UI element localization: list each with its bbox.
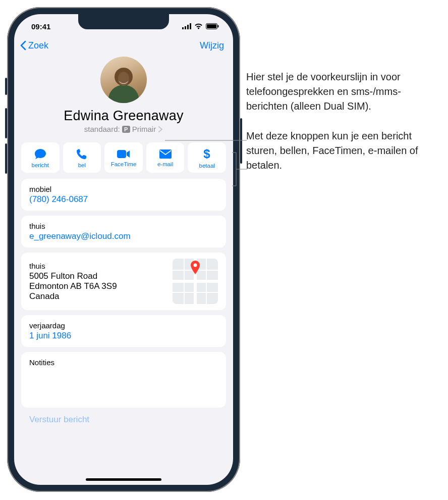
svg-rect-10 [117,150,126,158]
notes-card[interactable]: Notities [21,352,226,408]
back-button[interactable]: Zoek [19,39,48,52]
mobile-card[interactable]: mobiel (780) 246-0687 [21,179,226,211]
dollar-icon: $ [203,147,211,161]
mobile-label: mobiel [29,185,218,193]
envelope-icon [159,149,172,159]
action-row: bericht bel FaceTime e-ma [14,138,233,179]
message-label: bericht [32,162,49,168]
cards: mobiel (780) 246-0687 thuis e_greenaway@… [14,179,233,408]
birthday-card[interactable]: verjaardag 1 juni 1986 [21,315,226,347]
chevron-right-icon [158,126,163,133]
contact-header: Edwina Greenaway standaard: P Primair [14,55,233,138]
call-label: bel [78,162,86,168]
volume-down [5,143,7,174]
nav-bar: Zoek Wijzig [14,38,233,55]
wifi-icon [194,23,203,29]
svg-point-13 [194,264,197,267]
svg-rect-0 [182,27,184,29]
svg-rect-11 [159,149,172,159]
svg-text:$: $ [203,147,210,161]
default-line-row[interactable]: standaard: P Primair [84,125,163,133]
avatar[interactable] [100,57,147,103]
pay-label: betaal [199,163,215,169]
email-card[interactable]: thuis e_greenaway@icloud.com [21,216,226,247]
callout-action-buttons: Met deze knoppen kun je een bericht stur… [246,129,441,173]
svg-rect-1 [185,26,186,29]
video-icon [117,149,131,159]
facetime-label: FaceTime [111,161,137,167]
birthday-value: 1 juni 1986 [29,331,218,341]
message-icon [34,148,47,160]
mobile-value: (780) 246-0687 [29,194,218,205]
send-message-link[interactable]: Verstuur bericht [14,408,233,425]
email-label: e-mail [157,161,173,167]
battery-icon [206,23,219,29]
map-thumbnail[interactable] [173,259,218,304]
address-label: thuis [29,262,117,270]
birthday-label: verjaardag [29,321,218,330]
screen: 09:41 [14,14,233,485]
mute-switch [5,78,7,95]
default-prefix: standaard: [84,125,120,133]
address-line-3: Canada [29,291,117,302]
phone-frame: 09:41 [7,7,240,492]
map-pin-icon [189,261,201,276]
address-line-1: 5005 Fulton Road [29,271,117,281]
svg-rect-2 [187,25,189,29]
svg-rect-5 [207,24,216,28]
chevron-left-icon [19,39,28,52]
contact-name: Edwina Greenaway [64,108,183,124]
cellular-icon [182,23,191,29]
home-indicator[interactable] [86,478,161,481]
notch [78,14,169,29]
svg-point-8 [108,85,139,103]
callout-default-line: Hier stel je de voorkeurslijn in voor te… [246,70,441,114]
address-line-2: Edmonton AB T6A 3S9 [29,281,117,291]
edit-button[interactable]: Wijzig [200,40,224,51]
pay-button[interactable]: $ betaal [188,142,226,173]
default-line-value: Primair [132,125,156,133]
status-time: 09:41 [31,22,50,31]
message-button[interactable]: bericht [21,142,60,173]
callouts: Hier stel je de voorkeurslijn in voor te… [246,70,441,188]
email-home-label: thuis [29,222,218,230]
back-label: Zoek [28,40,48,51]
call-button[interactable]: bel [63,142,101,173]
power-button [240,118,242,164]
sim-badge-icon: P [122,126,130,133]
address-card[interactable]: thuis 5005 Fulton Road Edmonton AB T6A 3… [21,253,226,310]
email-value: e_greenaway@icloud.com [29,231,218,241]
email-button[interactable]: e-mail [146,142,185,173]
facetime-button[interactable]: FaceTime [104,142,143,173]
notes-label: Notities [29,358,218,367]
phone-icon [76,148,88,160]
volume-up [5,108,7,138]
svg-rect-6 [218,25,219,28]
svg-rect-3 [190,23,191,29]
